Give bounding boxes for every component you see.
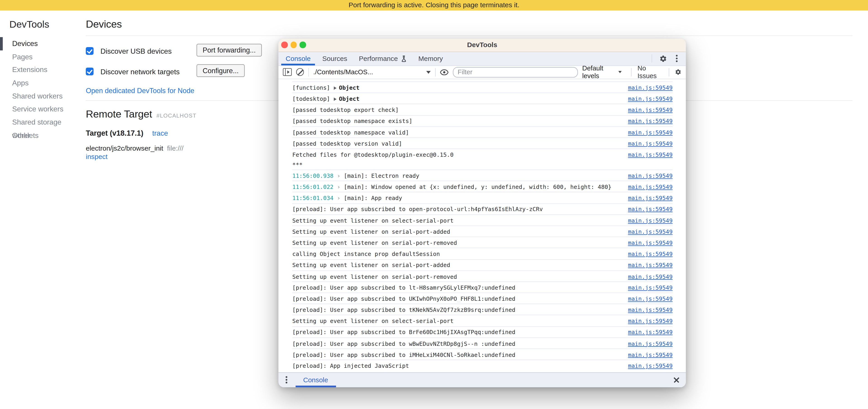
configure-button[interactable]: Configure... <box>196 64 245 77</box>
open-node-devtools-link[interactable]: Open dedicated DevTools for Node <box>86 87 194 95</box>
source-location-link[interactable]: main.js:59549 <box>628 172 673 179</box>
source-location-link[interactable]: main.js:59549 <box>628 262 673 268</box>
console-log[interactable]: [functions]Object main.js:59549 [todeskt… <box>279 78 686 373</box>
console-message-row[interactable]: [preload]: User app subscribed to BrFe60… <box>292 327 673 338</box>
discover-network-label: Discover network targets <box>100 67 180 76</box>
console-message-row[interactable]: [preload]: User app subscribed to open-p… <box>292 204 673 215</box>
source-location-link[interactable]: main.js:59549 <box>628 351 673 358</box>
console-message-row[interactable]: [preload]: User app subscribed to iMHeLx… <box>292 349 673 360</box>
object-preview[interactable]: Object <box>339 84 360 91</box>
console-message: calling Object instance prop defaultSess… <box>292 251 628 257</box>
source-location-link[interactable]: main.js:59549 <box>628 129 673 136</box>
sidebar-item-other[interactable]: Other <box>0 129 86 142</box>
console-settings-gear-icon[interactable] <box>675 68 681 76</box>
close-icon[interactable] <box>673 376 680 383</box>
console-message-row[interactable]: [preload]: App injected JavaScript main.… <box>292 360 673 371</box>
console-message-row[interactable]: [preload]: User app subscribed to tKNekN… <box>292 304 673 316</box>
source-location-link[interactable]: main.js:59549 <box>628 295 673 302</box>
console-message-row[interactable]: Setting up event listener on serial-port… <box>292 271 673 282</box>
console-message-row[interactable]: Fetched files for @todesktop/plugin-exec… <box>292 149 673 170</box>
source-location-link[interactable]: main.js:59549 <box>628 329 673 335</box>
sidebar-title: DevTools <box>9 19 86 30</box>
console-message-row[interactable]: 11:56:01.022 › [main]: Window opened at … <box>292 181 673 192</box>
source-location-link[interactable]: main.js:59549 <box>628 362 673 369</box>
issues-counter[interactable]: No Issues <box>638 64 663 80</box>
log-levels-label: Default levels <box>582 64 616 80</box>
sidebar-item-service-workers[interactable]: Service workers <box>0 103 86 116</box>
console-message-row[interactable]: Setting up event listener on serial-port… <box>292 226 673 237</box>
source-location-link[interactable]: main.js:59549 <box>628 151 673 158</box>
window-titlebar[interactable]: DevTools <box>279 38 686 52</box>
sidebar-item-apps[interactable]: Apps <box>0 77 86 90</box>
tab-memory[interactable]: Memory <box>414 52 447 65</box>
source-location-link[interactable]: main.js:59549 <box>628 340 673 347</box>
discover-network-checkbox[interactable] <box>86 68 93 75</box>
devtools-tabbar: Console Sources Performance Memory <box>279 52 686 66</box>
log-levels-dropdown[interactable]: Default levels <box>582 64 622 80</box>
more-options-icon[interactable] <box>673 54 680 63</box>
sidebar-item-shared-workers[interactable]: Shared workers <box>0 90 86 103</box>
source-location-link[interactable]: main.js:59549 <box>628 228 673 235</box>
console-message: [preload]: User app subscribed to lt-H8s… <box>292 284 628 291</box>
console-message-row[interactable]: Setting up event listener on select-seri… <box>292 316 673 327</box>
minimize-window-button[interactable] <box>290 42 297 48</box>
port-forwarding-button[interactable]: Port forwarding... <box>196 44 261 56</box>
trace-link[interactable]: trace <box>152 129 168 138</box>
source-location-link[interactable]: main.js:59549 <box>628 318 673 324</box>
source-location-link[interactable]: main.js:59549 <box>628 95 673 102</box>
source-location-link[interactable]: main.js:59549 <box>628 217 673 224</box>
console-message-row[interactable]: 11:56:01.034 › [main]: App ready main.js… <box>292 193 673 204</box>
source-location-link[interactable]: main.js:59549 <box>628 284 673 291</box>
live-expression-eye-icon[interactable] <box>440 69 448 75</box>
expand-triangle-icon[interactable] <box>334 86 337 90</box>
object-preview[interactable]: Object <box>339 95 360 102</box>
console-message-row[interactable]: [preload]: User app subscribed to lt-H8s… <box>292 282 673 293</box>
source-location-link[interactable]: main.js:59549 <box>628 183 673 190</box>
console-message-row[interactable]: Setting up event listener on select-seri… <box>292 215 673 226</box>
source-location-link[interactable]: main.js:59549 <box>628 107 673 113</box>
console-message-row[interactable]: Setting up event listener on serial-port… <box>292 260 673 271</box>
expand-triangle-icon[interactable] <box>334 97 337 101</box>
source-location-link[interactable]: main.js:59549 <box>628 306 673 313</box>
console-message-row[interactable]: [passed todesktop namespace exists] main… <box>292 116 673 126</box>
console-message-row[interactable]: [passed todesktop version valid] main.js… <box>292 138 673 149</box>
inspect-link[interactable]: inspect <box>86 153 107 160</box>
tab-console[interactable]: Console <box>281 52 315 65</box>
source-location-link[interactable]: main.js:59549 <box>628 251 673 257</box>
source-location-link[interactable]: main.js:59549 <box>628 239 673 246</box>
console-message-row[interactable]: [passed todesktop namespace valid] main.… <box>292 127 673 138</box>
settings-gear-icon[interactable] <box>660 55 667 62</box>
console-sidebar-icon[interactable] <box>283 68 292 76</box>
sidebar-item-pages[interactable]: Pages <box>0 50 86 63</box>
sidebar-item-devices[interactable]: Devices <box>0 37 86 50</box>
console-message-row[interactable]: [passed todesktop export check] main.js:… <box>292 105 673 116</box>
console-message-row[interactable]: 11:56:00.938 › [main]: Electron ready ma… <box>292 170 673 181</box>
zoom-window-button[interactable] <box>300 42 306 48</box>
console-message-row[interactable]: Setting up event listener on serial-port… <box>292 237 673 248</box>
source-location-link[interactable]: main.js:59549 <box>628 195 673 201</box>
source-location-link[interactable]: main.js:59549 <box>628 140 673 147</box>
close-window-button[interactable] <box>281 42 288 48</box>
filter-input[interactable] <box>453 67 578 77</box>
source-location-link[interactable]: main.js:59549 <box>628 118 673 124</box>
console-message-row[interactable]: [preload]: User app subscribed to UKIwhO… <box>292 293 673 304</box>
clear-console-icon[interactable] <box>296 68 304 76</box>
tab-performance[interactable]: Performance <box>354 52 411 65</box>
console-message: [preload]: User app subscribed to UKIwhO… <box>292 295 628 302</box>
drawer-tab-console[interactable]: Console <box>295 373 336 387</box>
discover-usb-checkbox[interactable] <box>86 47 93 55</box>
console-message-row[interactable]: calling Object instance prop defaultSess… <box>292 249 673 260</box>
source-location-link[interactable]: main.js:59549 <box>628 84 673 91</box>
log-text: [main]: Electron ready <box>344 172 419 179</box>
console-message-row[interactable]: [todesktop]Object main.js:59549 <box>292 93 673 104</box>
sidebar-item-extensions[interactable]: Extensions <box>0 63 86 77</box>
source-location-link[interactable]: main.js:59549 <box>628 273 673 280</box>
sidebar-item-shared-storage-worklets[interactable]: Shared storage worklets <box>0 116 86 129</box>
console-message-row[interactable]: [preload]: User app subscribed to wBwEDu… <box>292 338 673 349</box>
drawer-more-options-icon[interactable] <box>283 375 290 385</box>
tab-sources[interactable]: Sources <box>318 52 352 65</box>
divider <box>308 68 309 76</box>
execution-context-selector[interactable]: ./Contents/MacOS... <box>313 68 431 76</box>
console-message-row[interactable]: [functions]Object main.js:59549 <box>292 82 673 93</box>
source-location-link[interactable]: main.js:59549 <box>628 206 673 213</box>
